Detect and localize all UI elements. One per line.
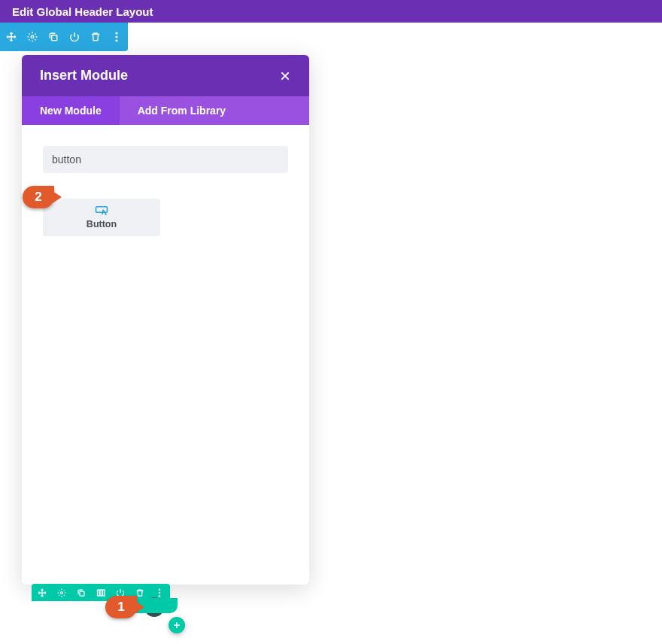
tab-add-from-library[interactable]: Add From Library <box>120 96 244 125</box>
module-button[interactable]: Button <box>43 199 160 236</box>
svg-point-0 <box>31 35 34 38</box>
tab-label: Add From Library <box>138 105 226 117</box>
annotation-step-1: 1 <box>105 596 137 618</box>
columns-icon[interactable] <box>95 587 107 599</box>
svg-point-13 <box>159 595 161 597</box>
svg-point-11 <box>159 588 161 591</box>
svg-point-3 <box>115 35 117 38</box>
svg-point-6 <box>61 591 63 594</box>
modal-title: Insert Module <box>40 68 128 84</box>
duplicate-icon[interactable] <box>75 587 87 599</box>
more-icon[interactable] <box>110 30 123 44</box>
svg-point-4 <box>115 39 117 41</box>
gear-icon[interactable] <box>26 30 39 44</box>
move-icon[interactable] <box>36 587 48 599</box>
svg-rect-9 <box>100 590 102 596</box>
insert-module-modal: Insert Module New Module Add From Librar… <box>22 55 309 585</box>
svg-rect-5 <box>96 207 108 213</box>
tab-label: New Module <box>40 105 102 117</box>
svg-rect-1 <box>52 35 57 41</box>
add-row-button[interactable] <box>169 617 185 633</box>
svg-rect-8 <box>98 590 100 596</box>
modal-tabs: New Module Add From Library <box>22 96 309 125</box>
page-title: Edit Global Header Layout <box>12 5 153 18</box>
button-module-icon <box>95 205 108 216</box>
svg-rect-7 <box>80 591 84 596</box>
tab-new-module[interactable]: New Module <box>22 96 120 125</box>
page-title-bar: Edit Global Header Layout <box>0 0 662 23</box>
duplicate-icon[interactable] <box>47 30 60 44</box>
power-icon[interactable] <box>68 30 81 44</box>
delete-icon[interactable] <box>89 30 102 44</box>
module-search-input[interactable] <box>43 146 288 173</box>
module-grid: Button <box>43 199 288 236</box>
svg-point-2 <box>115 32 117 34</box>
svg-point-12 <box>159 591 161 594</box>
module-label: Button <box>87 219 117 229</box>
section-toolbar <box>0 23 128 51</box>
close-icon[interactable] <box>279 70 291 82</box>
svg-rect-10 <box>103 590 105 596</box>
move-icon[interactable] <box>5 30 18 44</box>
modal-body: Button <box>22 125 309 585</box>
gear-icon[interactable] <box>56 587 68 599</box>
modal-header: Insert Module <box>22 55 309 96</box>
annotation-step-2: 2 <box>23 186 54 208</box>
